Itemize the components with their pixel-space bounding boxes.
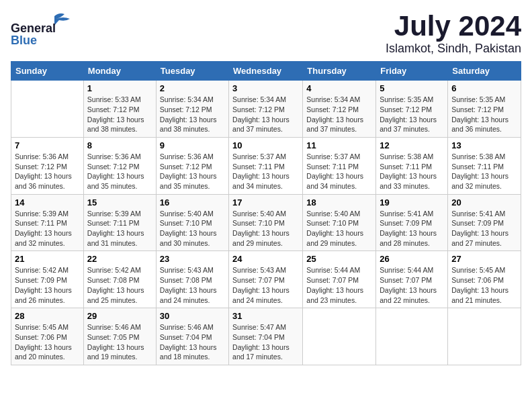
calendar-cell: 17Sunrise: 5:40 AMSunset: 7:10 PMDayligh… bbox=[229, 194, 303, 251]
day-number: 29 bbox=[87, 311, 152, 321]
weekday-header-saturday: Saturday bbox=[448, 62, 521, 81]
weekday-header-row: SundayMondayTuesdayWednesdayThursdayFrid… bbox=[11, 62, 521, 81]
weekday-header-sunday: Sunday bbox=[11, 62, 84, 81]
day-number: 11 bbox=[306, 140, 372, 150]
calendar-cell: 26Sunrise: 5:44 AMSunset: 7:07 PMDayligh… bbox=[376, 251, 448, 308]
day-number: 31 bbox=[232, 311, 299, 321]
week-row-1: 1Sunrise: 5:33 AMSunset: 7:12 PMDaylight… bbox=[11, 81, 521, 138]
day-info: Sunrise: 5:37 AMSunset: 7:11 PMDaylight:… bbox=[306, 152, 372, 191]
page-header: General Blue July 2024 Islamkot, Sindh, … bbox=[11, 11, 521, 56]
day-info: Sunrise: 5:44 AMSunset: 7:07 PMDaylight:… bbox=[380, 265, 444, 305]
calendar-cell: 19Sunrise: 5:41 AMSunset: 7:09 PMDayligh… bbox=[376, 194, 448, 251]
week-row-3: 14Sunrise: 5:39 AMSunset: 7:11 PMDayligh… bbox=[11, 194, 521, 251]
day-info: Sunrise: 5:46 AMSunset: 7:04 PMDaylight:… bbox=[160, 322, 225, 362]
calendar-cell: 8Sunrise: 5:36 AMSunset: 7:12 PMDaylight… bbox=[83, 137, 156, 194]
calendar-cell: 13Sunrise: 5:38 AMSunset: 7:11 PMDayligh… bbox=[448, 137, 521, 194]
calendar-cell bbox=[11, 81, 84, 138]
day-number: 16 bbox=[160, 197, 225, 208]
day-info: Sunrise: 5:42 AMSunset: 7:09 PMDaylight:… bbox=[15, 265, 80, 305]
day-number: 23 bbox=[160, 254, 225, 264]
calendar-cell: 5Sunrise: 5:35 AMSunset: 7:12 PMDaylight… bbox=[376, 81, 448, 138]
weekday-header-thursday: Thursday bbox=[303, 62, 376, 81]
day-info: Sunrise: 5:47 AMSunset: 7:04 PMDaylight:… bbox=[232, 322, 299, 362]
day-number: 4 bbox=[306, 83, 372, 93]
day-info: Sunrise: 5:38 AMSunset: 7:11 PMDaylight:… bbox=[380, 152, 444, 191]
calendar-cell: 20Sunrise: 5:41 AMSunset: 7:09 PMDayligh… bbox=[448, 194, 521, 251]
day-number: 10 bbox=[232, 140, 299, 150]
day-number: 14 bbox=[15, 197, 80, 208]
calendar-cell: 4Sunrise: 5:34 AMSunset: 7:12 PMDaylight… bbox=[303, 81, 376, 138]
day-info: Sunrise: 5:45 AMSunset: 7:06 PMDaylight:… bbox=[451, 265, 517, 305]
day-number: 5 bbox=[380, 83, 444, 93]
day-info: Sunrise: 5:42 AMSunset: 7:08 PMDaylight:… bbox=[87, 265, 152, 305]
day-info: Sunrise: 5:36 AMSunset: 7:12 PMDaylight:… bbox=[87, 152, 152, 191]
calendar-cell: 24Sunrise: 5:43 AMSunset: 7:07 PMDayligh… bbox=[229, 251, 303, 308]
calendar-cell: 9Sunrise: 5:36 AMSunset: 7:12 PMDaylight… bbox=[156, 137, 228, 194]
day-info: Sunrise: 5:40 AMSunset: 7:10 PMDaylight:… bbox=[232, 209, 299, 248]
day-number: 3 bbox=[232, 83, 299, 93]
calendar-cell: 16Sunrise: 5:40 AMSunset: 7:10 PMDayligh… bbox=[156, 194, 228, 251]
day-number: 2 bbox=[160, 83, 225, 93]
calendar-cell: 31Sunrise: 5:47 AMSunset: 7:04 PMDayligh… bbox=[229, 308, 303, 365]
day-info: Sunrise: 5:35 AMSunset: 7:12 PMDaylight:… bbox=[451, 95, 517, 134]
calendar-cell: 29Sunrise: 5:46 AMSunset: 7:05 PMDayligh… bbox=[83, 308, 156, 365]
day-number: 22 bbox=[87, 254, 152, 264]
calendar-cell bbox=[376, 308, 448, 365]
day-number: 28 bbox=[15, 311, 80, 321]
calendar-cell: 12Sunrise: 5:38 AMSunset: 7:11 PMDayligh… bbox=[376, 137, 448, 194]
day-info: Sunrise: 5:35 AMSunset: 7:12 PMDaylight:… bbox=[380, 95, 444, 134]
calendar-cell: 27Sunrise: 5:45 AMSunset: 7:06 PMDayligh… bbox=[448, 251, 521, 308]
calendar-cell: 21Sunrise: 5:42 AMSunset: 7:09 PMDayligh… bbox=[11, 251, 84, 308]
logo-svg: General Blue bbox=[11, 11, 85, 48]
calendar-cell: 15Sunrise: 5:39 AMSunset: 7:11 PMDayligh… bbox=[83, 194, 156, 251]
calendar-cell: 1Sunrise: 5:33 AMSunset: 7:12 PMDaylight… bbox=[83, 81, 156, 138]
calendar-cell: 23Sunrise: 5:43 AMSunset: 7:08 PMDayligh… bbox=[156, 251, 228, 308]
week-row-2: 7Sunrise: 5:36 AMSunset: 7:12 PMDaylight… bbox=[11, 137, 521, 194]
day-info: Sunrise: 5:37 AMSunset: 7:11 PMDaylight:… bbox=[232, 152, 299, 191]
calendar-cell: 6Sunrise: 5:35 AMSunset: 7:12 PMDaylight… bbox=[448, 81, 521, 138]
calendar-cell: 30Sunrise: 5:46 AMSunset: 7:04 PMDayligh… bbox=[156, 308, 228, 365]
day-number: 19 bbox=[380, 197, 444, 208]
weekday-header-friday: Friday bbox=[376, 62, 448, 81]
day-number: 12 bbox=[380, 140, 444, 150]
day-number: 27 bbox=[451, 254, 517, 264]
day-info: Sunrise: 5:43 AMSunset: 7:07 PMDaylight:… bbox=[232, 265, 299, 305]
week-row-4: 21Sunrise: 5:42 AMSunset: 7:09 PMDayligh… bbox=[11, 251, 521, 308]
day-number: 9 bbox=[160, 140, 225, 150]
calendar-cell: 2Sunrise: 5:34 AMSunset: 7:12 PMDaylight… bbox=[156, 81, 228, 138]
day-info: Sunrise: 5:36 AMSunset: 7:12 PMDaylight:… bbox=[160, 152, 225, 191]
calendar-cell: 3Sunrise: 5:34 AMSunset: 7:12 PMDaylight… bbox=[229, 81, 303, 138]
calendar-cell: 28Sunrise: 5:45 AMSunset: 7:06 PMDayligh… bbox=[11, 308, 84, 365]
calendar-cell: 18Sunrise: 5:40 AMSunset: 7:10 PMDayligh… bbox=[303, 194, 376, 251]
day-info: Sunrise: 5:40 AMSunset: 7:10 PMDaylight:… bbox=[160, 209, 225, 248]
day-info: Sunrise: 5:40 AMSunset: 7:10 PMDaylight:… bbox=[306, 209, 372, 248]
weekday-header-tuesday: Tuesday bbox=[156, 62, 228, 81]
location-title: Islamkot, Sindh, Pakistan bbox=[386, 42, 521, 56]
calendar-cell bbox=[303, 308, 376, 365]
day-number: 24 bbox=[232, 254, 299, 264]
calendar-cell: 25Sunrise: 5:44 AMSunset: 7:07 PMDayligh… bbox=[303, 251, 376, 308]
calendar-cell: 14Sunrise: 5:39 AMSunset: 7:11 PMDayligh… bbox=[11, 194, 84, 251]
day-info: Sunrise: 5:41 AMSunset: 7:09 PMDaylight:… bbox=[451, 209, 517, 248]
svg-text:Blue: Blue bbox=[11, 34, 37, 47]
day-number: 20 bbox=[451, 197, 517, 208]
day-info: Sunrise: 5:34 AMSunset: 7:12 PMDaylight:… bbox=[306, 95, 372, 134]
svg-text:General: General bbox=[11, 21, 56, 35]
day-number: 26 bbox=[380, 254, 444, 264]
calendar-cell: 10Sunrise: 5:37 AMSunset: 7:11 PMDayligh… bbox=[229, 137, 303, 194]
day-number: 18 bbox=[306, 197, 372, 208]
day-info: Sunrise: 5:46 AMSunset: 7:05 PMDaylight:… bbox=[87, 322, 152, 362]
calendar-cell bbox=[448, 308, 521, 365]
calendar-cell: 22Sunrise: 5:42 AMSunset: 7:08 PMDayligh… bbox=[83, 251, 156, 308]
calendar-cell: 7Sunrise: 5:36 AMSunset: 7:12 PMDaylight… bbox=[11, 137, 84, 194]
day-info: Sunrise: 5:43 AMSunset: 7:08 PMDaylight:… bbox=[160, 265, 225, 305]
month-title: July 2024 bbox=[386, 11, 521, 42]
day-number: 13 bbox=[451, 140, 517, 150]
day-number: 8 bbox=[87, 140, 152, 150]
title-area: July 2024 Islamkot, Sindh, Pakistan bbox=[386, 11, 521, 56]
day-info: Sunrise: 5:45 AMSunset: 7:06 PMDaylight:… bbox=[15, 322, 80, 362]
day-number: 6 bbox=[451, 83, 517, 93]
day-number: 15 bbox=[87, 197, 152, 208]
weekday-header-monday: Monday bbox=[83, 62, 156, 81]
logo: General Blue bbox=[11, 11, 85, 48]
